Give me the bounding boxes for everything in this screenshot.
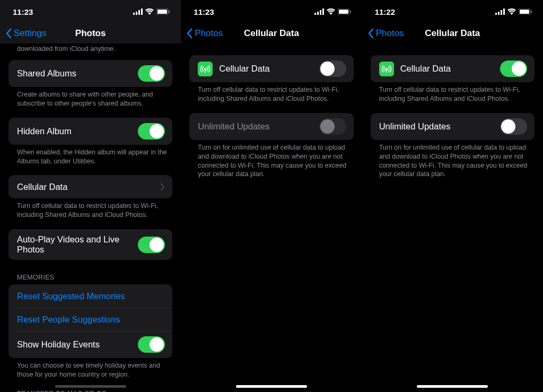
svg-rect-6 (169, 11, 170, 13)
unlimited-updates-label: Unlimited Updates (198, 121, 319, 132)
home-indicator[interactable] (236, 385, 307, 388)
nav-title: Photos (75, 28, 106, 39)
back-button[interactable]: Settings (0, 28, 46, 39)
autoplay-row[interactable]: Auto-Play Videos and Live Photos (8, 229, 172, 260)
back-button[interactable]: Photos (362, 28, 404, 39)
hidden-album-label: Hidden Album (17, 126, 138, 136)
memories-header: MEMORIES (0, 263, 181, 284)
antenna-icon (379, 62, 394, 76)
reset-memories-label: Reset Suggested Memories (17, 291, 165, 301)
hidden-album-row[interactable]: Hidden Album (8, 118, 172, 145)
cellular-data-label: Cellular Data (219, 64, 319, 74)
svg-rect-3 (141, 8, 143, 15)
status-icons (314, 8, 352, 15)
svg-rect-16 (501, 10, 502, 15)
unlimited-updates-row: Unlimited Updates (189, 113, 353, 140)
cellular-data-footer: Turn off cellular data to restrict updat… (181, 82, 362, 110)
svg-rect-10 (322, 8, 324, 15)
reset-memories-row[interactable]: Reset Suggested Memories (8, 284, 172, 308)
unlimited-updates-footer: Turn on for unlimited use of cellular da… (362, 140, 543, 186)
status-time: 11:22 (375, 7, 395, 16)
reset-people-row[interactable]: Reset People Suggestions (8, 308, 172, 331)
back-label: Settings (14, 28, 46, 39)
unlimited-updates-toggle[interactable] (500, 118, 527, 135)
signal-icon (133, 8, 143, 15)
nav-title: Cellular Data (244, 28, 299, 39)
unlimited-updates-label: Unlimited Updates (379, 121, 500, 132)
signal-icon (314, 8, 324, 15)
wifi-icon (327, 8, 335, 15)
status-bar: 11:23 (0, 0, 181, 23)
svg-rect-17 (503, 8, 505, 15)
battery-icon (156, 8, 170, 15)
cellular-data-toggle[interactable] (319, 60, 346, 77)
show-holiday-toggle[interactable] (138, 336, 165, 353)
show-holiday-row[interactable]: Show Holiday Events (8, 331, 172, 358)
svg-rect-2 (138, 10, 140, 15)
settings-list: Cellular Data Turn off cellular data to … (362, 43, 543, 188)
hidden-album-toggle[interactable] (138, 123, 165, 140)
shared-albums-label: Shared Albums (17, 68, 138, 79)
cellular-data-footer: Turn off cellular data to restrict updat… (362, 82, 543, 110)
status-time: 11:23 (13, 7, 33, 16)
shared-albums-row[interactable]: Shared Albums (8, 60, 172, 87)
back-button[interactable]: Photos (181, 28, 223, 39)
truncated-footer: downloaded from iCloud anytime. (0, 43, 181, 60)
unlimited-updates-row[interactable]: Unlimited Updates (371, 113, 535, 140)
nav-bar: Photos Cellular Data (362, 23, 543, 43)
unlimited-updates-toggle (319, 118, 346, 135)
home-indicator[interactable] (417, 385, 488, 388)
autoplay-toggle[interactable] (138, 237, 165, 253)
back-label: Photos (376, 28, 404, 39)
cellular-data-row[interactable]: Cellular Data (8, 175, 172, 198)
cellular-data-label: Cellular Data (17, 182, 161, 192)
cellular-data-row[interactable]: Cellular Data (189, 55, 353, 82)
battery-icon (519, 8, 532, 15)
chevron-right-icon (161, 184, 165, 190)
cellular-data-label: Cellular Data (400, 64, 500, 74)
svg-rect-9 (320, 10, 321, 15)
status-icons (495, 8, 532, 15)
back-label: Photos (195, 28, 223, 39)
cellular-data-toggle[interactable] (500, 60, 527, 77)
svg-rect-13 (350, 11, 351, 13)
nav-title: Cellular Data (425, 28, 480, 39)
reset-people-label: Reset People Suggestions (17, 315, 165, 325)
svg-rect-12 (339, 10, 348, 14)
screen-cellular-off: 11:23 Photos Cellular Data Cellular Data (181, 0, 362, 392)
svg-rect-15 (498, 12, 500, 15)
status-bar: 11:23 (181, 0, 362, 23)
settings-list: Cellular Data Turn off cellular data to … (181, 43, 362, 188)
chevron-left-icon (367, 28, 374, 39)
svg-rect-5 (157, 10, 167, 14)
wifi-icon (507, 8, 516, 15)
cellular-data-row[interactable]: Cellular Data (371, 55, 535, 82)
svg-rect-7 (314, 13, 316, 15)
screen-cellular-on: 11:22 Photos Cellular Data Cellular Data (362, 0, 543, 392)
nav-bar: Photos Cellular Data (181, 23, 362, 43)
antenna-icon (198, 62, 213, 76)
settings-list: downloaded from iCloud anytime. Shared A… (0, 43, 181, 392)
svg-rect-0 (133, 13, 135, 15)
autoplay-label: Auto-Play Videos and Live Photos (17, 234, 138, 255)
unlimited-updates-footer: Turn on for unlimited use of cellular da… (181, 140, 362, 186)
wifi-icon (145, 8, 154, 15)
cellular-data-footer: Turn off cellular data to restrict updat… (0, 198, 181, 226)
holiday-footer: You can choose to see timely holiday eve… (0, 358, 181, 386)
battery-icon (338, 8, 352, 15)
signal-icon (495, 8, 505, 15)
status-time: 11:23 (194, 7, 214, 16)
shared-albums-toggle[interactable] (138, 65, 165, 82)
svg-rect-8 (317, 12, 319, 15)
svg-rect-14 (495, 13, 497, 15)
home-indicator[interactable] (55, 385, 126, 388)
screen-photos-settings: 11:23 Settings Photos downloaded from iC… (0, 0, 181, 392)
hidden-album-footer: When enabled, the Hidden album will appe… (0, 145, 181, 172)
chevron-left-icon (186, 28, 192, 39)
status-bar: 11:22 (362, 0, 543, 23)
svg-rect-19 (520, 10, 529, 14)
status-icons (133, 8, 170, 15)
show-holiday-label: Show Holiday Events (17, 339, 138, 350)
shared-albums-footer: Create albums to share with other people… (0, 87, 181, 115)
nav-bar: Settings Photos (0, 23, 181, 43)
